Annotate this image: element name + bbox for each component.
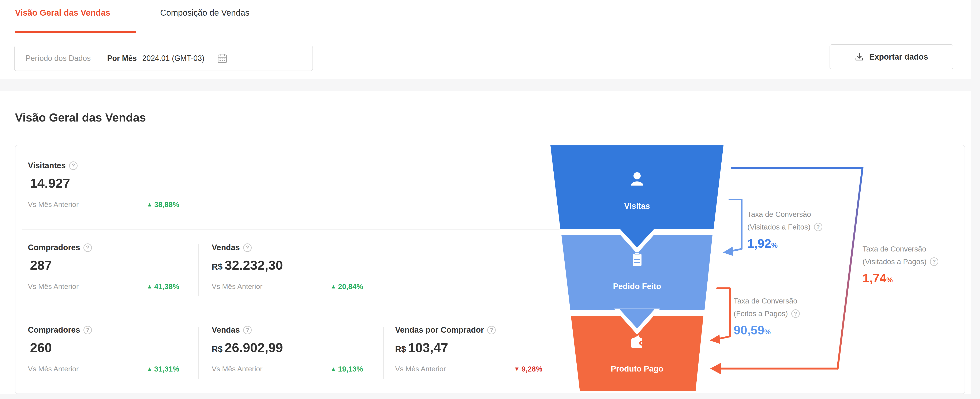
bottom-background-strip xyxy=(0,394,980,399)
arrow-up-icon: ▲ xyxy=(146,283,153,290)
delta-badge: ▼ 9,28% xyxy=(514,365,542,373)
arrow-left-icon xyxy=(723,246,733,256)
metric-value: 287 xyxy=(28,258,203,273)
conversion-bracket-blue xyxy=(729,199,741,251)
tab-composicao-de-vendas[interactable]: Composição de Vendas xyxy=(160,8,250,18)
delta-badge: ▲ 38,88% xyxy=(146,200,179,209)
data-period-selector[interactable]: Período dos Dados Por Mês 2024.01 (GMT-0… xyxy=(14,46,313,71)
page-title: Visão Geral das Vendas xyxy=(15,111,146,124)
vs-label: Vs Mês Anterior xyxy=(28,200,79,208)
calendar-icon[interactable] xyxy=(218,54,227,63)
help-icon[interactable]: ? xyxy=(930,258,939,266)
metric-vendas-por-comprador: Vendas por Comprador ? R$103,47 Vs Mês A… xyxy=(395,326,571,373)
arrow-up-icon: ▲ xyxy=(146,201,153,208)
header-separator-band xyxy=(0,79,980,91)
metric-compradores-pedido: Compradores ? 287 Vs Mês Anterior ▲ 41,3… xyxy=(28,243,203,291)
conversion-feitos-a-pagos: Taxa de Conversão (Feitos a Pagos) ? 90,… xyxy=(733,295,865,337)
vs-label: Vs Mês Anterior xyxy=(395,365,446,373)
conversion-value: 1,92% xyxy=(747,236,878,250)
metric-value: R$32.232,30 xyxy=(212,258,387,273)
vs-label: Vs Mês Anterior xyxy=(212,282,262,290)
metric-value: R$26.902,99 xyxy=(212,340,387,355)
conversion-title: Taxa de Conversão xyxy=(747,208,878,221)
delta-value: 19,13% xyxy=(338,365,363,373)
currency-prefix: R$ xyxy=(395,345,406,354)
arrow-down-icon: ▼ xyxy=(514,366,520,372)
metric-label: Compradores xyxy=(28,326,80,335)
help-icon[interactable]: ? xyxy=(243,326,251,334)
metric-visitantes: Visitantes ? 14.927 Vs Mês Anterior ▲ 38… xyxy=(28,161,203,208)
arrow-up-icon: ▲ xyxy=(331,366,336,372)
export-data-label: Exportar dados xyxy=(869,52,928,62)
conversion-subtitle: (Feitos a Pagos) ? xyxy=(733,307,865,320)
conversion-subtitle: (Visitados a Pagos) ? xyxy=(862,255,980,268)
vs-label: Vs Mês Anterior xyxy=(28,282,79,290)
arrow-up-icon: ▲ xyxy=(331,283,336,290)
funnel-stage-pedido-feito-shape[interactable] xyxy=(562,235,713,310)
metric-label: Compradores xyxy=(28,243,80,252)
arrow-left-icon xyxy=(710,335,720,344)
delta-badge: ▲ 20,84% xyxy=(331,282,363,291)
funnel-stage-visitas-shape[interactable] xyxy=(550,145,724,229)
help-icon[interactable]: ? xyxy=(791,309,800,318)
row-divider xyxy=(22,229,560,229)
period-value: 2024.01 (GMT-03) xyxy=(142,54,204,63)
metric-label: Vendas por Comprador xyxy=(395,326,484,335)
arrow-up-icon: ▲ xyxy=(146,366,153,372)
delta-badge: ▲ 31,31% xyxy=(146,365,179,373)
currency-prefix: R$ xyxy=(212,345,223,354)
tab-visao-geral-das-vendas[interactable]: Visão Geral das Vendas xyxy=(15,8,110,18)
delta-value: 20,84% xyxy=(338,282,363,291)
conversion-title: Taxa de Conversão xyxy=(862,243,980,255)
conversion-bracket-long-side xyxy=(838,168,862,369)
row-divider xyxy=(22,310,570,310)
funnel-stage-produto-pago-shape[interactable] xyxy=(571,316,703,391)
metric-label: Vendas xyxy=(212,243,240,252)
conversion-bracket-orange xyxy=(716,288,730,339)
conversion-value: 90,59% xyxy=(733,323,865,337)
conversion-subtitle: (Visitados a Feitos) ? xyxy=(747,221,878,233)
vs-label: Vs Mês Anterior xyxy=(212,365,262,373)
conversion-value: 1,74% xyxy=(862,271,980,285)
metric-value: 260 xyxy=(28,340,203,355)
right-background-gutter xyxy=(971,0,980,399)
delta-badge: ▲ 41,38% xyxy=(146,282,179,291)
sales-overview-card: Visitas Pedido Feito Produto Pago Taxa d… xyxy=(15,145,965,394)
delta-value: 31,31% xyxy=(154,365,180,373)
conversion-visitados-a-feitos: Taxa de Conversão (Visitados a Feitos) ?… xyxy=(747,208,878,250)
metric-label: Vendas xyxy=(212,326,240,335)
help-icon[interactable]: ? xyxy=(83,243,92,252)
help-icon[interactable]: ? xyxy=(487,326,496,334)
period-granularity: Por Mês xyxy=(107,54,137,63)
help-icon[interactable]: ? xyxy=(243,243,251,252)
export-data-button[interactable]: Exportar dados xyxy=(830,45,953,69)
arrow-left-icon xyxy=(710,362,721,375)
vs-label: Vs Mês Anterior xyxy=(28,365,79,373)
metric-vendas-pago: Vendas ? R$26.902,99 Vs Mês Anterior ▲ 1… xyxy=(212,326,387,373)
conversion-title: Taxa de Conversão xyxy=(733,295,865,307)
download-icon xyxy=(855,52,864,61)
metric-vendas-pedido: Vendas ? R$32.232,30 Vs Mês Anterior ▲ 2… xyxy=(212,243,387,291)
metric-label: Visitantes xyxy=(28,161,66,170)
metric-value: 14.927 xyxy=(28,176,203,191)
help-icon[interactable]: ? xyxy=(83,326,92,334)
metric-compradores-pago: Compradores ? 260 Vs Mês Anterior ▲ 31,3… xyxy=(28,326,203,373)
period-label: Período dos Dados xyxy=(25,54,91,63)
metric-value: R$103,47 xyxy=(395,340,571,355)
delta-value: 38,88% xyxy=(154,200,180,209)
help-icon[interactable]: ? xyxy=(69,161,78,170)
currency-prefix: R$ xyxy=(212,262,223,271)
delta-badge: ▲ 19,13% xyxy=(331,365,363,373)
conversion-visitados-a-pagos: Taxa de Conversão (Visitados a Pagos) ? … xyxy=(862,243,980,285)
help-icon[interactable]: ? xyxy=(814,223,822,231)
delta-value: 41,38% xyxy=(154,282,180,291)
delta-value: 9,28% xyxy=(522,365,542,373)
tabs-bottom-border xyxy=(0,33,971,33)
